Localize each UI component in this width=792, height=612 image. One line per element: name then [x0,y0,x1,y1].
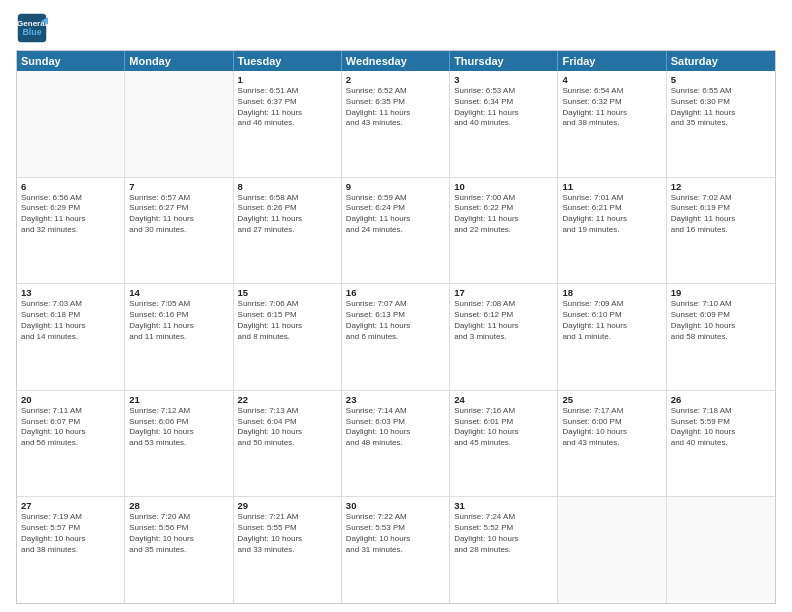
cell-line: and 46 minutes. [238,118,337,129]
cell-line: Sunrise: 7:19 AM [21,512,120,523]
day-number: 13 [21,287,120,298]
cell-line: and 40 minutes. [671,438,771,449]
cell-line: Sunset: 6:03 PM [346,417,445,428]
calendar-cell: 30Sunrise: 7:22 AMSunset: 5:53 PMDayligh… [342,497,450,603]
cell-line: Sunset: 6:21 PM [562,203,661,214]
cell-line: Sunrise: 6:55 AM [671,86,771,97]
cell-line: Sunset: 6:04 PM [238,417,337,428]
cell-line: and 22 minutes. [454,225,553,236]
day-number: 12 [671,181,771,192]
cell-line: Sunrise: 7:00 AM [454,193,553,204]
calendar-cell: 15Sunrise: 7:06 AMSunset: 6:15 PMDayligh… [234,284,342,390]
cell-line: Sunset: 5:57 PM [21,523,120,534]
calendar-cell: 24Sunrise: 7:16 AMSunset: 6:01 PMDayligh… [450,391,558,497]
cell-line: Daylight: 11 hours [129,214,228,225]
cell-line: Daylight: 10 hours [129,534,228,545]
cell-line: and 35 minutes. [671,118,771,129]
logo: General Blue [16,12,52,44]
cell-line: Sunrise: 7:14 AM [346,406,445,417]
cell-line: and 28 minutes. [454,545,553,556]
day-number: 10 [454,181,553,192]
cell-line: Daylight: 10 hours [454,427,553,438]
calendar-cell: 4Sunrise: 6:54 AMSunset: 6:32 PMDaylight… [558,71,666,177]
svg-text:Blue: Blue [22,27,41,37]
calendar-cell: 26Sunrise: 7:18 AMSunset: 5:59 PMDayligh… [667,391,775,497]
cell-line: and 14 minutes. [21,332,120,343]
cell-line: Sunset: 6:29 PM [21,203,120,214]
cell-line: Daylight: 11 hours [671,214,771,225]
cell-line: and 30 minutes. [129,225,228,236]
calendar-cell: 20Sunrise: 7:11 AMSunset: 6:07 PMDayligh… [17,391,125,497]
cell-line: Sunrise: 7:13 AM [238,406,337,417]
cell-line: Sunset: 6:00 PM [562,417,661,428]
day-number: 24 [454,394,553,405]
cell-line: Daylight: 10 hours [346,534,445,545]
cell-line: Sunrise: 7:24 AM [454,512,553,523]
calendar-cell: 14Sunrise: 7:05 AMSunset: 6:16 PMDayligh… [125,284,233,390]
cell-line: and 58 minutes. [671,332,771,343]
cell-line: Daylight: 11 hours [238,108,337,119]
cell-line: Sunset: 6:01 PM [454,417,553,428]
day-number: 14 [129,287,228,298]
cell-line: Sunrise: 7:22 AM [346,512,445,523]
cell-line: Daylight: 11 hours [454,108,553,119]
header-day-monday: Monday [125,51,233,71]
cell-line: and 27 minutes. [238,225,337,236]
calendar-row: 27Sunrise: 7:19 AMSunset: 5:57 PMDayligh… [17,497,775,603]
day-number: 19 [671,287,771,298]
calendar-row: 20Sunrise: 7:11 AMSunset: 6:07 PMDayligh… [17,391,775,498]
cell-line: Daylight: 10 hours [454,534,553,545]
day-number: 17 [454,287,553,298]
cell-line: Sunset: 6:30 PM [671,97,771,108]
calendar-cell: 8Sunrise: 6:58 AMSunset: 6:26 PMDaylight… [234,178,342,284]
cell-line: Daylight: 11 hours [454,321,553,332]
cell-line: Sunset: 5:53 PM [346,523,445,534]
day-number: 25 [562,394,661,405]
cell-line: Sunset: 5:56 PM [129,523,228,534]
cell-line: and 40 minutes. [454,118,553,129]
cell-line: Daylight: 11 hours [346,108,445,119]
cell-line: and 43 minutes. [562,438,661,449]
cell-line: and 53 minutes. [129,438,228,449]
calendar-cell: 10Sunrise: 7:00 AMSunset: 6:22 PMDayligh… [450,178,558,284]
cell-line: Sunrise: 6:57 AM [129,193,228,204]
calendar-cell: 1Sunrise: 6:51 AMSunset: 6:37 PMDaylight… [234,71,342,177]
cell-line: Sunset: 6:27 PM [129,203,228,214]
cell-line: Sunrise: 7:07 AM [346,299,445,310]
cell-line: Sunrise: 7:06 AM [238,299,337,310]
header-day-tuesday: Tuesday [234,51,342,71]
calendar-cell: 3Sunrise: 6:53 AMSunset: 6:34 PMDaylight… [450,71,558,177]
day-number: 11 [562,181,661,192]
header: General Blue [16,12,776,44]
day-number: 28 [129,500,228,511]
cell-line: Sunrise: 6:59 AM [346,193,445,204]
calendar-cell [558,497,666,603]
calendar-cell: 16Sunrise: 7:07 AMSunset: 6:13 PMDayligh… [342,284,450,390]
day-number: 26 [671,394,771,405]
cell-line: and 45 minutes. [454,438,553,449]
day-number: 1 [238,74,337,85]
cell-line: Sunset: 6:07 PM [21,417,120,428]
calendar-cell: 2Sunrise: 6:52 AMSunset: 6:35 PMDaylight… [342,71,450,177]
cell-line: Daylight: 11 hours [562,214,661,225]
cell-line: and 35 minutes. [129,545,228,556]
day-number: 20 [21,394,120,405]
cell-line: Daylight: 10 hours [238,427,337,438]
cell-line: Sunrise: 6:53 AM [454,86,553,97]
cell-line: and 43 minutes. [346,118,445,129]
calendar: SundayMondayTuesdayWednesdayThursdayFrid… [16,50,776,604]
cell-line: Sunset: 5:59 PM [671,417,771,428]
cell-line: Daylight: 11 hours [562,108,661,119]
cell-line: Daylight: 10 hours [671,427,771,438]
cell-line: Daylight: 11 hours [21,321,120,332]
cell-line: Daylight: 10 hours [129,427,228,438]
cell-line: Daylight: 11 hours [21,214,120,225]
cell-line: Sunrise: 7:01 AM [562,193,661,204]
cell-line: and 6 minutes. [346,332,445,343]
calendar-cell: 11Sunrise: 7:01 AMSunset: 6:21 PMDayligh… [558,178,666,284]
cell-line: Sunrise: 7:16 AM [454,406,553,417]
cell-line: and 11 minutes. [129,332,228,343]
day-number: 6 [21,181,120,192]
cell-line: Sunrise: 6:51 AM [238,86,337,97]
calendar-cell: 18Sunrise: 7:09 AMSunset: 6:10 PMDayligh… [558,284,666,390]
